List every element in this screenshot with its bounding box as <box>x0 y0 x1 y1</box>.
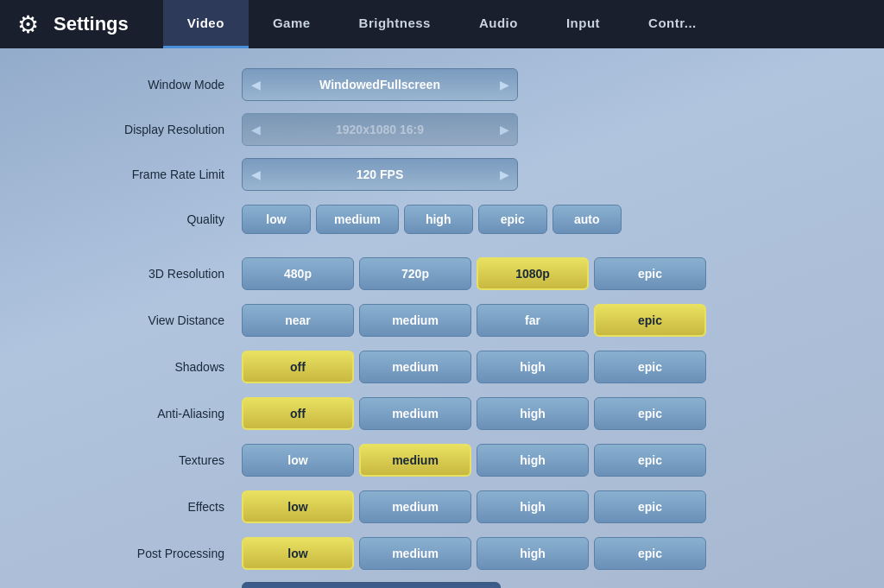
display-resolution-row: Display Resolution ◀ 1920x1080 16:9 ▶ <box>69 111 832 149</box>
effects-label: Effects <box>69 500 242 514</box>
quality-epic-btn[interactable]: epic <box>478 205 547 234</box>
anti-aliasing-off-btn[interactable]: off <box>242 397 354 430</box>
effects-buttons: low medium high epic <box>242 490 706 523</box>
post-processing-epic-btn[interactable]: epic <box>594 537 706 570</box>
frame-rate-control[interactable]: ◀ 120 FPS ▶ <box>242 158 518 191</box>
window-mode-right-arrow[interactable]: ▶ <box>491 68 517 101</box>
resolution-3d-1080p-btn[interactable]: 1080p <box>477 257 589 290</box>
textures-medium-btn[interactable]: medium <box>359 444 471 477</box>
post-processing-label: Post Processing <box>69 547 242 560</box>
view-distance-near-btn[interactable]: near <box>242 304 354 337</box>
quality-high-btn[interactable]: high <box>404 205 473 234</box>
effects-row: Effects low medium high epic <box>69 487 832 527</box>
vsync-row: Vsync ◀ Off ▶ <box>69 580 832 588</box>
shadows-label: Shadows <box>69 360 242 374</box>
quality-medium-btn[interactable]: medium <box>316 205 399 234</box>
anti-aliasing-epic-btn[interactable]: epic <box>594 397 706 430</box>
tab-game[interactable]: Game <box>249 0 335 48</box>
tab-controls[interactable]: Contr... <box>624 0 721 48</box>
tab-video[interactable]: Video <box>163 0 249 48</box>
anti-aliasing-high-btn[interactable]: high <box>477 397 589 430</box>
resolution-3d-480p-btn[interactable]: 480p <box>242 257 354 290</box>
post-processing-low-btn[interactable]: low <box>242 537 354 570</box>
tab-input[interactable]: Input <box>542 0 624 48</box>
post-processing-buttons: low medium high epic <box>242 537 706 570</box>
quality-label: Quality <box>69 212 242 226</box>
resolution-3d-buttons: 480p 720p 1080p epic <box>242 257 706 290</box>
effects-epic-btn[interactable]: epic <box>594 490 706 523</box>
tab-audio[interactable]: Audio <box>455 0 542 48</box>
shadows-high-btn[interactable]: high <box>477 351 589 383</box>
quality-row: Quality low medium high epic auto <box>69 200 832 238</box>
display-resolution-right-arrow: ▶ <box>491 113 517 146</box>
quality-buttons: low medium high epic auto <box>242 205 622 234</box>
view-distance-label: View Distance <box>69 313 242 327</box>
view-distance-far-btn[interactable]: far <box>477 304 589 337</box>
textures-row: Textures low medium high epic <box>69 440 832 480</box>
display-resolution-value: 1920x1080 16:9 <box>268 123 491 136</box>
resolution-3d-label: 3D Resolution <box>69 267 242 281</box>
textures-epic-btn[interactable]: epic <box>594 444 706 477</box>
video-settings-panel: Window Mode ◀ WindowedFullscreen ▶ Displ… <box>0 48 884 588</box>
frame-rate-right-arrow[interactable]: ▶ <box>491 158 517 191</box>
logo-area: ⚙ Settings <box>17 10 129 38</box>
frame-rate-label: Frame Rate Limit <box>69 168 242 181</box>
effects-high-btn[interactable]: high <box>477 490 589 523</box>
view-distance-buttons: near medium far epic <box>242 304 706 337</box>
shadows-medium-btn[interactable]: medium <box>359 351 471 383</box>
anti-aliasing-medium-btn[interactable]: medium <box>359 397 471 430</box>
shadows-off-btn[interactable]: off <box>242 351 354 383</box>
shadows-row: Shadows off medium high epic <box>69 347 832 387</box>
display-resolution-label: Display Resolution <box>69 123 242 136</box>
resolution-3d-row: 3D Resolution 480p 720p 1080p epic <box>69 254 832 294</box>
effects-medium-btn[interactable]: medium <box>359 490 471 523</box>
frame-rate-left-arrow[interactable]: ◀ <box>243 158 268 191</box>
view-distance-row: View Distance near medium far epic <box>69 300 832 340</box>
quality-low-btn[interactable]: low <box>242 205 311 234</box>
textures-low-btn[interactable]: low <box>242 444 354 477</box>
post-processing-high-btn[interactable]: high <box>477 537 589 570</box>
resolution-3d-720p-btn[interactable]: 720p <box>359 257 471 290</box>
app-title: Settings <box>54 13 129 35</box>
frame-rate-row: Frame Rate Limit ◀ 120 FPS ▶ <box>69 155 832 193</box>
anti-aliasing-buttons: off medium high epic <box>242 397 706 430</box>
view-distance-medium-btn[interactable]: medium <box>359 304 471 337</box>
window-mode-control[interactable]: ◀ WindowedFullscreen ▶ <box>242 68 518 101</box>
window-mode-row: Window Mode ◀ WindowedFullscreen ▶ <box>69 66 832 104</box>
quality-auto-btn[interactable]: auto <box>552 205 622 234</box>
anti-aliasing-row: Anti-Aliasing off medium high epic <box>69 394 832 433</box>
gear-icon: ⚙ <box>17 10 45 38</box>
post-processing-row: Post Processing low medium high epic <box>69 534 832 573</box>
shadows-epic-btn[interactable]: epic <box>594 351 706 383</box>
display-resolution-control: ◀ 1920x1080 16:9 ▶ <box>242 113 518 146</box>
resolution-3d-epic-btn[interactable]: epic <box>594 257 706 290</box>
window-mode-label: Window Mode <box>69 78 242 92</box>
header: ⚙ Settings Video Game Brightness Audio I… <box>0 0 884 48</box>
vsync-control[interactable]: ◀ Off ▶ <box>242 582 501 588</box>
textures-high-btn[interactable]: high <box>477 444 589 477</box>
anti-aliasing-label: Anti-Aliasing <box>69 407 242 420</box>
view-distance-epic-btn[interactable]: epic <box>594 304 706 337</box>
post-processing-medium-btn[interactable]: medium <box>359 537 471 570</box>
frame-rate-value: 120 FPS <box>268 168 491 181</box>
nav-tabs: Video Game Brightness Audio Input Contr.… <box>163 0 867 48</box>
vsync-left-arrow[interactable]: ◀ <box>243 582 267 588</box>
textures-label: Textures <box>69 453 242 467</box>
vsync-right-arrow[interactable]: ▶ <box>476 582 500 588</box>
shadows-buttons: off medium high epic <box>242 351 706 383</box>
tab-brightness[interactable]: Brightness <box>335 0 455 48</box>
window-mode-value: WindowedFullscreen <box>268 78 491 92</box>
display-resolution-left-arrow: ◀ <box>243 113 268 146</box>
textures-buttons: low medium high epic <box>242 444 706 477</box>
effects-low-btn[interactable]: low <box>242 490 354 523</box>
window-mode-left-arrow[interactable]: ◀ <box>243 68 268 101</box>
